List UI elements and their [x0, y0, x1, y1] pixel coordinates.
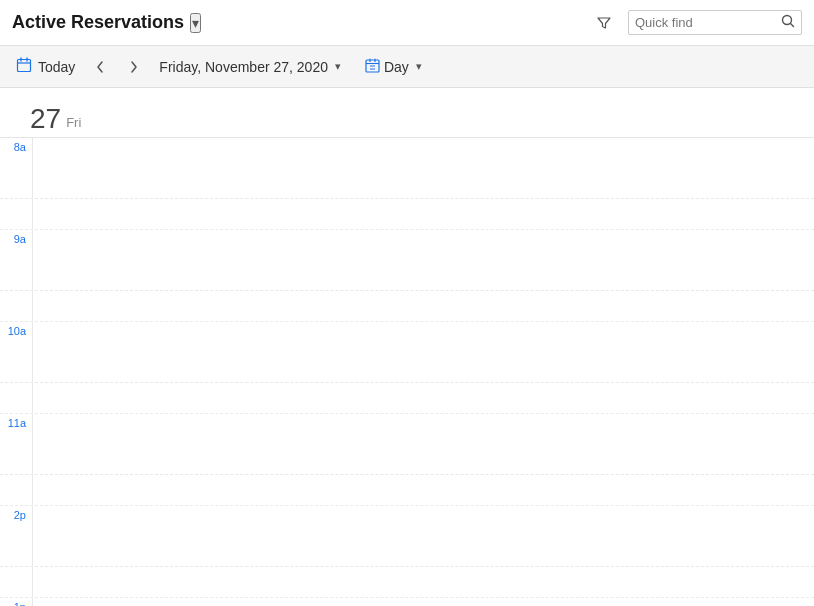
half-slot-8a[interactable]	[32, 199, 814, 229]
view-calendar-icon	[365, 58, 380, 76]
date-chevron-icon: ▾	[335, 60, 341, 73]
view-selector-button[interactable]: Day ▾	[361, 56, 426, 78]
quick-find-container	[628, 10, 802, 35]
time-row: 10a	[0, 322, 814, 383]
half-row-12p	[0, 567, 814, 598]
date-selector-button[interactable]: Friday, November 27, 2020 ▾	[155, 57, 345, 77]
calendar-area: 27 Fri 8a 9a 10a 11a	[0, 88, 814, 606]
calendar-toolbar: Today Friday, November 27, 2020 ▾ Day ▾	[0, 46, 814, 88]
half-slot-10a[interactable]	[32, 383, 814, 413]
search-icon	[781, 14, 795, 31]
time-slot-8a[interactable]	[32, 138, 814, 198]
half-slot-9a[interactable]	[32, 291, 814, 321]
time-label-9a: 9a	[0, 230, 32, 245]
half-row-9a	[0, 291, 814, 322]
time-row: 11a	[0, 414, 814, 475]
time-grid: 8a 9a 10a 11a	[0, 138, 814, 606]
header: Active Reservations ▾	[0, 0, 814, 46]
time-label-11a: 11a	[0, 414, 32, 429]
day-name: Fri	[66, 115, 81, 130]
search-input[interactable]	[635, 15, 775, 30]
chevron-right-icon	[127, 60, 141, 74]
time-label-12p: 2p	[0, 506, 32, 521]
today-label: Today	[38, 59, 75, 75]
half-slot-12p[interactable]	[32, 567, 814, 597]
time-slot-1p[interactable]	[32, 598, 814, 606]
time-row: 2p	[0, 506, 814, 567]
page-title: Active Reservations	[12, 12, 184, 33]
header-left: Active Reservations ▾	[12, 12, 201, 33]
filter-icon	[596, 15, 612, 31]
current-date-label: Friday, November 27, 2020	[159, 59, 328, 75]
time-row: 9a	[0, 230, 814, 291]
time-row: 8a	[0, 138, 814, 199]
time-label-8a: 8a	[0, 138, 32, 153]
half-slot-11a[interactable]	[32, 475, 814, 505]
half-row-8a	[0, 199, 814, 230]
svg-rect-2	[18, 59, 31, 71]
day-number: 27	[30, 105, 61, 133]
half-row-10a	[0, 383, 814, 414]
half-row-11a	[0, 475, 814, 506]
view-label: Day	[384, 59, 409, 75]
time-slot-10a[interactable]	[32, 322, 814, 382]
time-slot-11a[interactable]	[32, 414, 814, 474]
time-label-1p: 1p	[0, 598, 32, 606]
time-label-10a: 10a	[0, 322, 32, 337]
svg-line-1	[791, 24, 794, 27]
today-button[interactable]: Today	[12, 55, 79, 79]
chevron-left-icon	[93, 60, 107, 74]
calendar-icon	[16, 57, 32, 77]
title-dropdown-button[interactable]: ▾	[190, 13, 201, 33]
time-slot-9a[interactable]	[32, 230, 814, 290]
header-right	[590, 10, 802, 35]
view-chevron-icon: ▾	[416, 60, 422, 73]
day-header: 27 Fri	[0, 88, 814, 138]
prev-button[interactable]	[87, 58, 113, 76]
time-slot-12p[interactable]	[32, 506, 814, 566]
filter-button[interactable]	[590, 11, 618, 35]
time-row: 1p	[0, 598, 814, 606]
next-button[interactable]	[121, 58, 147, 76]
